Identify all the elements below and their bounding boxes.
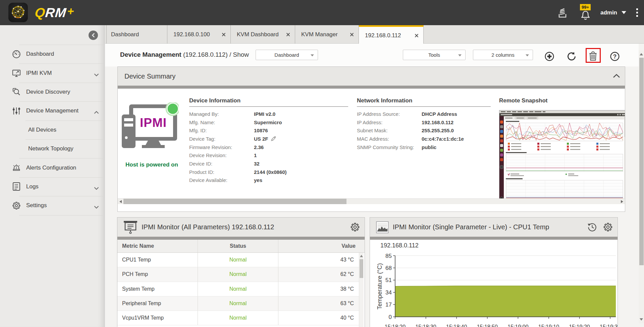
chart-panel-title: IPMI Monitor (Single Parameter - Live) -… bbox=[393, 223, 549, 231]
sidebar-item-settings[interactable]: Settings bbox=[0, 196, 105, 215]
network-information-section: Network Information IP Address Source:DH… bbox=[357, 97, 491, 151]
sidebar-item-dashboard[interactable]: Dashboard bbox=[0, 45, 105, 63]
metrics-vertical-scrollbar[interactable] bbox=[359, 253, 364, 327]
x-tick-label: 15:19:00 bbox=[507, 324, 528, 327]
panel-divider-bar bbox=[117, 237, 365, 240]
scroll-up-arrow[interactable] bbox=[639, 53, 644, 55]
summary-horizontal-scrollbar[interactable] bbox=[118, 198, 625, 204]
info-value: 32 bbox=[254, 161, 260, 167]
info-label: IP Address Source: bbox=[357, 111, 422, 117]
tab-close-icon[interactable] bbox=[409, 34, 419, 38]
sliders-icon bbox=[12, 106, 21, 115]
sidebar-divider bbox=[25, 121, 104, 121]
x-tick-label: 15:18:40 bbox=[446, 324, 467, 327]
metrics-table: Metric Name Status Value CPU1 TempNormal… bbox=[117, 240, 365, 327]
brand-wordmark: QRM+ bbox=[34, 5, 75, 20]
vertical-scroll-thumb[interactable] bbox=[360, 259, 363, 278]
gauge-icon bbox=[12, 50, 21, 58]
remote-snapshot-image[interactable] bbox=[499, 110, 625, 204]
ipmi-monitor-live-chart-panel: IPMI Monitor (Single Parameter - Live) -… bbox=[370, 217, 618, 327]
sidebar-item-logs[interactable]: Logs bbox=[0, 177, 105, 196]
overflow-menu-button[interactable] bbox=[633, 7, 641, 18]
scroll-left-arrow[interactable] bbox=[118, 199, 123, 204]
metric-row-cpu1-temp[interactable]: CPU1 TempNormal43 °C bbox=[117, 253, 359, 267]
delete-widget-button[interactable] bbox=[588, 51, 598, 61]
x-tick-label: 15:19:20 bbox=[569, 324, 590, 327]
tab-192-168-0-112[interactable]: 192.168.0.112 bbox=[359, 25, 424, 44]
content-toolbar: Device Management (192.168.0.112) / Show… bbox=[105, 44, 639, 66]
bell-icon bbox=[580, 10, 591, 20]
sidebar-collapse-button[interactable] bbox=[89, 31, 98, 40]
device-information-title: Device Information bbox=[189, 97, 348, 107]
scroll-right-arrow[interactable] bbox=[619, 199, 625, 204]
tab-192-168-0-100[interactable]: 192.168.0.100 bbox=[167, 25, 231, 44]
x-tick-label: 15:19:10 bbox=[538, 324, 559, 327]
tab-close-icon[interactable] bbox=[344, 33, 354, 37]
page-scroll-thumb[interactable] bbox=[639, 58, 644, 265]
view-select[interactable]: Dashboard bbox=[256, 50, 318, 60]
metric-row-peripheral-temp[interactable]: Peripheral TempNormal63 °C bbox=[117, 296, 359, 311]
add-widget-button[interactable] bbox=[544, 51, 554, 61]
wordmark-q: Q bbox=[34, 5, 46, 20]
tab-close-icon[interactable] bbox=[216, 33, 226, 37]
metric-row-system-temp[interactable]: System TempNormal38 °C bbox=[117, 282, 359, 296]
horizontal-scroll-thumb[interactable] bbox=[123, 199, 346, 204]
info-label: Mfg. ID: bbox=[189, 128, 254, 133]
device-summary-header[interactable]: Device Summary bbox=[118, 67, 625, 86]
metric-name: PCH Temp bbox=[117, 267, 198, 281]
device-information-row: Device Tag:US 2F bbox=[189, 135, 348, 143]
sidebar-item-alerts-configuration[interactable]: Alerts Configuration bbox=[0, 158, 105, 177]
sidebar-item-device-management[interactable]: Device Management bbox=[0, 101, 105, 120]
y-tick-label: 0 bbox=[389, 314, 392, 320]
caret-down-icon bbox=[622, 11, 626, 14]
info-value: 2.36 bbox=[254, 144, 264, 150]
history-icon[interactable] bbox=[587, 222, 597, 232]
metric-row-vcpu1vrm-temp[interactable]: Vcpu1VRM TempNormal40 °C bbox=[117, 311, 359, 325]
column-header-status[interactable]: Status bbox=[198, 240, 278, 252]
scroll-down-arrow[interactable] bbox=[639, 318, 644, 321]
network-information-row: IP Address Source:DHCP Address bbox=[357, 110, 491, 118]
tools-select[interactable]: Tools bbox=[403, 50, 466, 60]
power-status-text: Host is powered on bbox=[125, 161, 178, 168]
sidebar-item-device-discovery[interactable]: Device Discovery bbox=[0, 83, 105, 101]
sidebar-item-network-topology[interactable]: Network Topology bbox=[0, 139, 105, 158]
columns-select[interactable]: 2 columns bbox=[473, 50, 533, 60]
column-header-value[interactable]: Value bbox=[278, 240, 365, 252]
notifications-button[interactable]: 99+ bbox=[580, 0, 591, 25]
device-information-row: Device Revision:1 bbox=[189, 151, 348, 159]
page-vertical-scrollbar[interactable] bbox=[639, 50, 644, 323]
chevron-left-icon bbox=[91, 33, 95, 38]
sidebar-item-label: Logs bbox=[26, 183, 39, 190]
help-button[interactable]: ? bbox=[610, 51, 620, 61]
tab-close-icon[interactable] bbox=[281, 33, 290, 37]
column-header-metric-name[interactable]: Metric Name bbox=[117, 240, 198, 252]
sidebar-item-label: Device Management bbox=[26, 107, 78, 114]
user-menu[interactable]: admin bbox=[600, 9, 626, 16]
sidebar-item-all-devices[interactable]: All Devices bbox=[0, 121, 105, 139]
sidebar-item-label: All Devices bbox=[28, 127, 56, 133]
edit-pencil-icon[interactable] bbox=[270, 136, 276, 142]
gear-icon[interactable] bbox=[603, 222, 613, 232]
info-label: Device Available: bbox=[189, 177, 254, 183]
sidebar-item-label: Dashboard bbox=[26, 51, 54, 57]
scroll-up-arrow[interactable] bbox=[359, 255, 364, 257]
metric-row-pch-temp[interactable]: PCH TempNormal62 °C bbox=[117, 267, 359, 282]
gear-icon[interactable] bbox=[350, 222, 360, 232]
metric-value: 62 °C bbox=[278, 267, 359, 281]
chevron-up-icon bbox=[613, 74, 620, 78]
y-tick-label: 34 bbox=[385, 289, 392, 296]
sidebar-item-label: Network Topology bbox=[28, 145, 73, 152]
refresh-button[interactable] bbox=[567, 51, 577, 61]
area-chart-icon bbox=[376, 221, 389, 233]
task-queue-icon[interactable] bbox=[557, 7, 568, 18]
tab-label: 192.168.0.100 bbox=[173, 31, 210, 38]
tab-dashboard[interactable]: Dashboard bbox=[106, 25, 167, 44]
tab-kvm-manager[interactable]: KVM Manager bbox=[295, 25, 359, 44]
collapse-panel-button[interactable] bbox=[613, 74, 620, 78]
network-information-title: Network Information bbox=[357, 97, 491, 107]
tab-kvm-dashboard[interactable]: KVM Dashboard bbox=[231, 25, 295, 44]
metric-status: Normal bbox=[198, 296, 278, 311]
sidebar-menu: DashboardIPMI KVMDevice DiscoveryDevice … bbox=[0, 45, 105, 215]
sidebar-item-ipmi-kvm[interactable]: IPMI KVM bbox=[0, 63, 105, 82]
info-label: Managed By: bbox=[189, 111, 254, 117]
